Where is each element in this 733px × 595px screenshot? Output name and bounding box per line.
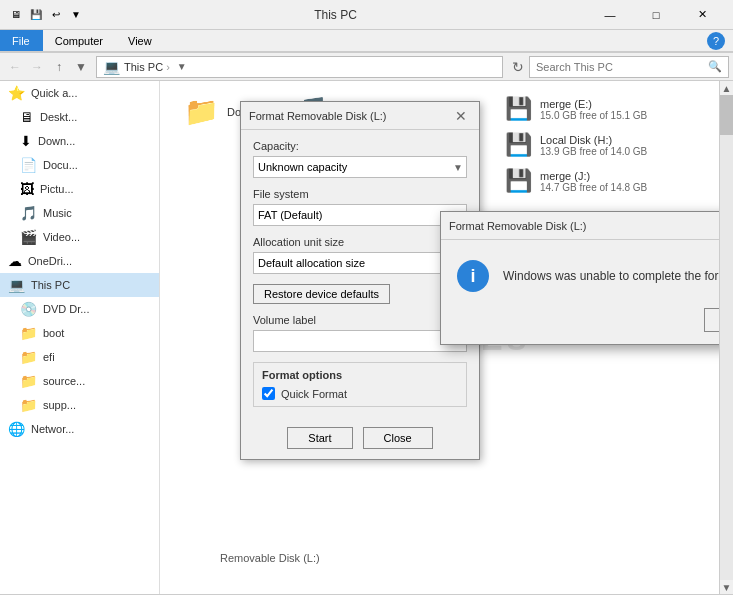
recent-button[interactable]: ▼	[70, 56, 92, 78]
refresh-button[interactable]: ↻	[507, 56, 529, 78]
help-icon[interactable]: ?	[707, 32, 725, 50]
format-dialog-title-bar: Format Removable Disk (L:) ✕	[241, 102, 479, 130]
drive-icon: 💾	[505, 168, 532, 194]
maximize-button[interactable]: □	[633, 0, 679, 30]
dvd-icon: 💿	[20, 301, 37, 317]
search-icon: 🔍	[708, 60, 722, 73]
error-dialog-title-bar: Format Removable Disk (L:) ✕	[441, 212, 719, 240]
pictures-icon: 🖼	[20, 181, 34, 197]
start-button[interactable]: Start	[287, 427, 352, 449]
title-bar-icons: 🖥 💾 ↩ ▼	[8, 7, 84, 23]
sidebar-item-label: supp...	[43, 399, 76, 411]
error-dialog-footer: OK	[441, 308, 719, 344]
error-dialog-body: i Windows was unable to complete the for…	[441, 240, 719, 308]
close-button[interactable]: Close	[363, 427, 433, 449]
window-title: This PC	[84, 8, 587, 22]
search-input[interactable]	[536, 61, 708, 73]
sidebar-item-videos[interactable]: 🎬 Video...	[0, 225, 159, 249]
sidebar-item-onedrive[interactable]: ☁ OneDri...	[0, 249, 159, 273]
ok-button[interactable]: OK	[704, 308, 719, 332]
onedrive-icon: ☁	[8, 253, 22, 269]
main-layout: ⭐ Quick a... 🖥 Deskt... ⬇ Down... 📄 Docu…	[0, 81, 733, 594]
filesystem-label: File system	[253, 188, 467, 200]
title-bar: 🖥 💾 ↩ ▼ This PC — □ ✕	[0, 0, 733, 30]
sidebar-item-network[interactable]: 🌐 Networ...	[0, 417, 159, 441]
quick-format-label: Quick Format	[281, 388, 347, 400]
music-icon: 🎵	[20, 205, 37, 221]
boot-icon: 📁	[20, 325, 37, 341]
scroll-down-arrow[interactable]: ▼	[720, 580, 734, 594]
sidebar-item-music[interactable]: 🎵 Music	[0, 201, 159, 225]
app-icon: 🖥	[8, 7, 24, 23]
filesystem-select[interactable]: FAT (Default)	[253, 204, 467, 226]
tab-view[interactable]: View	[116, 30, 165, 51]
sidebar-item-label: Deskt...	[40, 111, 77, 123]
sidebar-item-documents[interactable]: 📄 Docu...	[0, 153, 159, 177]
undo-icon: ↩	[48, 7, 64, 23]
sidebar-item-label: OneDri...	[28, 255, 72, 267]
network-icon: 🌐	[8, 421, 25, 437]
quick-access-icon: ⭐	[8, 85, 25, 101]
sidebar-item-label: Docu...	[43, 159, 78, 171]
documents-icon: 📄	[20, 157, 37, 173]
sidebar-item-dvd[interactable]: 💿 DVD Dr...	[0, 297, 159, 321]
format-dialog-title: Format Removable Disk (L:)	[249, 110, 387, 122]
quick-format-checkbox[interactable]	[262, 387, 275, 400]
info-icon: i	[457, 260, 489, 292]
restore-defaults-button[interactable]: Restore device defaults	[253, 284, 390, 304]
sidebar-item-supp[interactable]: 📁 supp...	[0, 393, 159, 417]
tab-computer[interactable]: Computer	[43, 30, 116, 51]
error-dialog-title: Format Removable Disk (L:)	[449, 220, 587, 232]
sidebar-item-quick-access[interactable]: ⭐ Quick a...	[0, 81, 159, 105]
source-icon: 📁	[20, 373, 37, 389]
tab-file[interactable]: File	[0, 30, 43, 51]
volume-label-label: Volume label	[253, 314, 467, 326]
address-path[interactable]: 💻 This PC › ▼	[96, 56, 503, 78]
minimize-button[interactable]: —	[587, 0, 633, 30]
scroll-thumb[interactable]	[720, 95, 734, 135]
videos-icon: 🎬	[20, 229, 37, 245]
scrollbar[interactable]: ▲ ▼	[719, 81, 733, 594]
path-dropdown[interactable]: ▼	[177, 61, 187, 72]
window-controls: — □ ✕	[587, 0, 725, 30]
sidebar-item-desktop[interactable]: 🖥 Deskt...	[0, 105, 159, 129]
up-button[interactable]: ↑	[48, 56, 70, 78]
scroll-up-arrow[interactable]: ▲	[720, 81, 734, 95]
sidebar-item-efi[interactable]: 📁 efi	[0, 345, 159, 369]
path-segment-thispc: This PC	[124, 61, 163, 73]
ribbon-tabs: File Computer View ?	[0, 30, 733, 52]
format-dialog-close[interactable]: ✕	[451, 106, 471, 126]
dropdown-icon[interactable]: ▼	[68, 7, 84, 23]
sidebar-item-boot[interactable]: 📁 boot	[0, 321, 159, 345]
thispc-icon: 💻	[8, 277, 25, 293]
drive-merge-j[interactable]: 💾 merge (J:) 14.7 GB free of 14.8 GB	[499, 163, 699, 199]
format-options-title: Format options	[262, 369, 458, 381]
error-dialog: Format Removable Disk (L:) ✕ i Windows w…	[440, 211, 719, 345]
back-button[interactable]: ←	[4, 56, 26, 78]
desktop-icon: 🖥	[20, 109, 34, 125]
sidebar-item-downloads[interactable]: ⬇ Down...	[0, 129, 159, 153]
drive-space: 13.9 GB free of 14.0 GB	[540, 146, 647, 157]
volume-label-input[interactable]	[253, 330, 467, 352]
search-bar[interactable]: 🔍	[529, 56, 729, 78]
forward-button[interactable]: →	[26, 56, 48, 78]
capacity-label: Capacity:	[253, 140, 467, 152]
quick-format-row: Quick Format	[262, 387, 458, 400]
sidebar-item-label: DVD Dr...	[43, 303, 89, 315]
error-message: Windows was unable to complete the forma…	[503, 269, 719, 283]
sidebar-item-source[interactable]: 📁 source...	[0, 369, 159, 393]
format-options-box: Format options Quick Format	[253, 362, 467, 407]
allocation-select[interactable]: Default allocation size	[253, 252, 467, 274]
save-icon: 💾	[28, 7, 44, 23]
efi-icon: 📁	[20, 349, 37, 365]
sidebar-item-label: Quick a...	[31, 87, 77, 99]
ribbon: File Computer View ?	[0, 30, 733, 53]
address-bar: ← → ↑ ▼ 💻 This PC › ▼ ↻ 🔍	[0, 53, 733, 81]
sidebar-item-label: Down...	[38, 135, 75, 147]
scroll-track[interactable]	[720, 95, 734, 580]
sidebar-item-thispc[interactable]: 💻 This PC	[0, 273, 159, 297]
sidebar-item-pictures[interactable]: 🖼 Pictu...	[0, 177, 159, 201]
capacity-select[interactable]: Unknown capacity	[253, 156, 467, 178]
documents-folder-icon: 📁	[184, 95, 219, 128]
close-button[interactable]: ✕	[679, 0, 725, 30]
